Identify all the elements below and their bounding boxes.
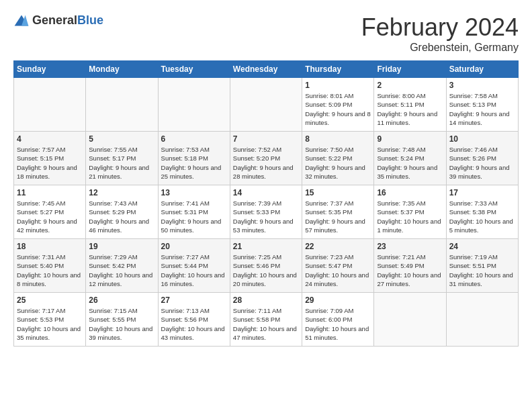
header-row: Sunday Monday Tuesday Wednesday Thursday… bbox=[14, 61, 519, 78]
table-row: 3Sunrise: 7:58 AMSunset: 5:13 PMDaylight… bbox=[446, 78, 518, 132]
day-number: 7 bbox=[233, 134, 299, 144]
col-friday: Friday bbox=[374, 61, 446, 78]
day-number: 11 bbox=[17, 188, 83, 197]
day-number: 26 bbox=[89, 295, 154, 305]
day-number: 5 bbox=[89, 134, 154, 144]
table-row: 25Sunrise: 7:17 AMSunset: 5:53 PMDayligh… bbox=[14, 293, 86, 347]
day-info: Sunrise: 7:33 AMSunset: 5:38 PMDaylight:… bbox=[449, 199, 515, 234]
table-row: 8Sunrise: 7:50 AMSunset: 5:22 PMDaylight… bbox=[302, 132, 374, 185]
table-row: 15Sunrise: 7:37 AMSunset: 5:35 PMDayligh… bbox=[302, 185, 374, 239]
title-block: February 2024 Grebenstein, Germany bbox=[361, 13, 519, 54]
day-number: 2 bbox=[377, 81, 443, 90]
table-row: 18Sunrise: 7:31 AMSunset: 5:40 PMDayligh… bbox=[14, 239, 86, 293]
day-info: Sunrise: 7:09 AMSunset: 6:00 PMDaylight:… bbox=[305, 306, 371, 342]
col-sunday: Sunday bbox=[14, 61, 86, 78]
table-row bbox=[374, 293, 446, 347]
day-number: 27 bbox=[161, 295, 227, 305]
table-row bbox=[230, 78, 302, 132]
table-row: 9Sunrise: 7:48 AMSunset: 5:24 PMDaylight… bbox=[374, 132, 446, 185]
location-subtitle: Grebenstein, Germany bbox=[361, 42, 519, 54]
day-info: Sunrise: 7:37 AMSunset: 5:35 PMDaylight:… bbox=[305, 199, 371, 234]
table-row: 4Sunrise: 7:57 AMSunset: 5:15 PMDaylight… bbox=[14, 132, 86, 185]
table-row: 7Sunrise: 7:52 AMSunset: 5:20 PMDaylight… bbox=[230, 132, 302, 185]
table-row bbox=[446, 293, 518, 347]
day-number: 16 bbox=[377, 188, 443, 197]
table-row: 17Sunrise: 7:33 AMSunset: 5:38 PMDayligh… bbox=[446, 185, 518, 239]
table-row: 2Sunrise: 8:00 AMSunset: 5:11 PMDaylight… bbox=[374, 78, 446, 132]
table-row: 11Sunrise: 7:45 AMSunset: 5:27 PMDayligh… bbox=[14, 185, 86, 239]
day-number: 21 bbox=[233, 242, 299, 251]
table-row: 22Sunrise: 7:23 AMSunset: 5:47 PMDayligh… bbox=[302, 239, 374, 293]
day-number: 13 bbox=[161, 188, 227, 197]
col-monday: Monday bbox=[86, 61, 158, 78]
day-info: Sunrise: 7:21 AMSunset: 5:49 PMDaylight:… bbox=[377, 253, 443, 288]
day-number: 28 bbox=[233, 295, 299, 305]
table-row bbox=[86, 78, 158, 132]
day-number: 6 bbox=[161, 134, 227, 144]
table-row: 1Sunrise: 8:01 AMSunset: 5:09 PMDaylight… bbox=[302, 78, 374, 132]
logo-blue: Blue bbox=[77, 13, 103, 27]
table-row: 27Sunrise: 7:13 AMSunset: 5:56 PMDayligh… bbox=[158, 293, 230, 347]
day-info: Sunrise: 7:58 AMSunset: 5:13 PMDaylight:… bbox=[449, 91, 515, 127]
day-info: Sunrise: 7:17 AMSunset: 5:53 PMDaylight:… bbox=[17, 306, 83, 342]
logo-icon bbox=[13, 14, 30, 28]
day-info: Sunrise: 7:13 AMSunset: 5:56 PMDaylight:… bbox=[161, 306, 227, 342]
day-number: 1 bbox=[305, 81, 371, 90]
day-number: 4 bbox=[17, 134, 83, 144]
table-row: 6Sunrise: 7:53 AMSunset: 5:18 PMDaylight… bbox=[158, 132, 230, 185]
calendar-week-row: 25Sunrise: 7:17 AMSunset: 5:53 PMDayligh… bbox=[14, 293, 519, 347]
logo: GeneralBlue bbox=[13, 13, 103, 28]
day-number: 18 bbox=[17, 242, 83, 251]
col-thursday: Thursday bbox=[302, 61, 374, 78]
calendar-table: Sunday Monday Tuesday Wednesday Thursday… bbox=[13, 60, 519, 347]
day-info: Sunrise: 7:15 AMSunset: 5:55 PMDaylight:… bbox=[89, 306, 154, 342]
day-info: Sunrise: 7:43 AMSunset: 5:29 PMDaylight:… bbox=[89, 199, 154, 234]
day-number: 20 bbox=[161, 242, 227, 251]
day-info: Sunrise: 7:31 AMSunset: 5:40 PMDaylight:… bbox=[17, 253, 83, 288]
day-info: Sunrise: 7:25 AMSunset: 5:46 PMDaylight:… bbox=[233, 253, 299, 288]
day-info: Sunrise: 8:00 AMSunset: 5:11 PMDaylight:… bbox=[377, 91, 443, 127]
day-info: Sunrise: 7:19 AMSunset: 5:51 PMDaylight:… bbox=[449, 253, 515, 288]
day-number: 10 bbox=[449, 134, 515, 144]
day-info: Sunrise: 7:52 AMSunset: 5:20 PMDaylight:… bbox=[233, 145, 299, 181]
table-row: 23Sunrise: 7:21 AMSunset: 5:49 PMDayligh… bbox=[374, 239, 446, 293]
day-info: Sunrise: 7:23 AMSunset: 5:47 PMDaylight:… bbox=[305, 253, 371, 288]
day-number: 12 bbox=[89, 188, 154, 197]
day-number: 19 bbox=[89, 242, 154, 251]
col-tuesday: Tuesday bbox=[158, 61, 230, 78]
table-row: 10Sunrise: 7:46 AMSunset: 5:26 PMDayligh… bbox=[446, 132, 518, 185]
table-row: 5Sunrise: 7:55 AMSunset: 5:17 PMDaylight… bbox=[86, 132, 158, 185]
logo-general: General bbox=[32, 13, 77, 27]
table-row: 13Sunrise: 7:41 AMSunset: 5:31 PMDayligh… bbox=[158, 185, 230, 239]
day-info: Sunrise: 7:39 AMSunset: 5:33 PMDaylight:… bbox=[233, 199, 299, 234]
col-saturday: Saturday bbox=[446, 61, 518, 78]
table-row: 26Sunrise: 7:15 AMSunset: 5:55 PMDayligh… bbox=[86, 293, 158, 347]
calendar-week-row: 11Sunrise: 7:45 AMSunset: 5:27 PMDayligh… bbox=[14, 185, 519, 239]
day-info: Sunrise: 7:50 AMSunset: 5:22 PMDaylight:… bbox=[305, 145, 371, 181]
table-row: 24Sunrise: 7:19 AMSunset: 5:51 PMDayligh… bbox=[446, 239, 518, 293]
day-number: 25 bbox=[17, 295, 83, 305]
table-row: 19Sunrise: 7:29 AMSunset: 5:42 PMDayligh… bbox=[86, 239, 158, 293]
day-number: 15 bbox=[305, 188, 371, 197]
col-wednesday: Wednesday bbox=[230, 61, 302, 78]
day-number: 29 bbox=[305, 295, 371, 305]
day-info: Sunrise: 7:48 AMSunset: 5:24 PMDaylight:… bbox=[377, 145, 443, 181]
day-number: 24 bbox=[449, 242, 515, 251]
table-row: 20Sunrise: 7:27 AMSunset: 5:44 PMDayligh… bbox=[158, 239, 230, 293]
day-info: Sunrise: 7:11 AMSunset: 5:58 PMDaylight:… bbox=[233, 306, 299, 342]
table-row: 16Sunrise: 7:35 AMSunset: 5:37 PMDayligh… bbox=[374, 185, 446, 239]
day-number: 14 bbox=[233, 188, 299, 197]
table-row bbox=[14, 78, 86, 132]
day-info: Sunrise: 7:53 AMSunset: 5:18 PMDaylight:… bbox=[161, 145, 227, 181]
day-info: Sunrise: 7:27 AMSunset: 5:44 PMDaylight:… bbox=[161, 253, 227, 288]
table-row: 28Sunrise: 7:11 AMSunset: 5:58 PMDayligh… bbox=[230, 293, 302, 347]
day-number: 22 bbox=[305, 242, 371, 251]
page-header: GeneralBlue February 2024 Grebenstein, G… bbox=[13, 13, 519, 54]
day-number: 17 bbox=[449, 188, 515, 197]
day-info: Sunrise: 7:57 AMSunset: 5:15 PMDaylight:… bbox=[17, 145, 83, 181]
day-info: Sunrise: 7:41 AMSunset: 5:31 PMDaylight:… bbox=[161, 199, 227, 234]
month-title: February 2024 bbox=[361, 13, 519, 42]
table-row: 12Sunrise: 7:43 AMSunset: 5:29 PMDayligh… bbox=[86, 185, 158, 239]
day-info: Sunrise: 7:46 AMSunset: 5:26 PMDaylight:… bbox=[449, 145, 515, 181]
day-number: 3 bbox=[449, 81, 515, 90]
